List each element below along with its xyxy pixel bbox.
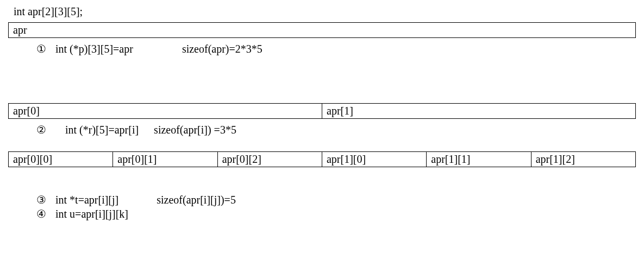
level3-cell-5: apr[1][2] (532, 152, 635, 167)
level3-cell-4: apr[1][1] (427, 152, 531, 167)
note4-code: int u=apr[i][j][k] (55, 208, 128, 220)
note1-sizeof: sizeof(apr)=2*3*5 (182, 43, 262, 55)
circled-3: ③ (35, 193, 47, 206)
level3-cell-1: apr[0][1] (113, 152, 217, 167)
level1-row: apr (8, 22, 636, 38)
level2-cell-1: apr[1] (322, 104, 635, 118)
note-3: ③ int *t=apr[i][j] sizeof(apr[i][j])=5 (35, 193, 636, 206)
level3-cell-3: apr[1][0] (322, 152, 427, 167)
circled-1: ① (35, 42, 47, 55)
note3-code: int *t=apr[i][j] (55, 194, 118, 206)
circled-4: ④ (35, 207, 47, 220)
note-2: ② int (*r)[5]=apr[i] sizeof(apr[i]) =3*5 (35, 123, 636, 136)
note3-sizeof: sizeof(apr[i][j])=5 (157, 194, 236, 206)
note-4: ④ int u=apr[i][j][k] (35, 207, 636, 220)
circled-2: ② (35, 123, 47, 136)
level3-row: apr[0][0] apr[0][1] apr[0][2] apr[1][0] … (8, 151, 636, 167)
note2-sizeof: sizeof(apr[i]) =3*5 (154, 124, 236, 136)
level3-cell-0: apr[0][0] (9, 152, 113, 167)
level1-cell: apr (9, 23, 635, 37)
level2-row: apr[0] apr[1] (8, 103, 636, 119)
note-1: ① int (*p)[3][5]=apr sizeof(apr)=2*3*5 (35, 42, 636, 55)
level2-cell-0: apr[0] (9, 104, 322, 118)
note2-code: int (*r)[5]=apr[i] (65, 124, 139, 136)
array-declaration: int apr[2][3][5]; (14, 5, 636, 18)
level3-cell-2: apr[0][2] (218, 152, 322, 167)
note1-code: int (*p)[3][5]=apr (55, 43, 133, 55)
